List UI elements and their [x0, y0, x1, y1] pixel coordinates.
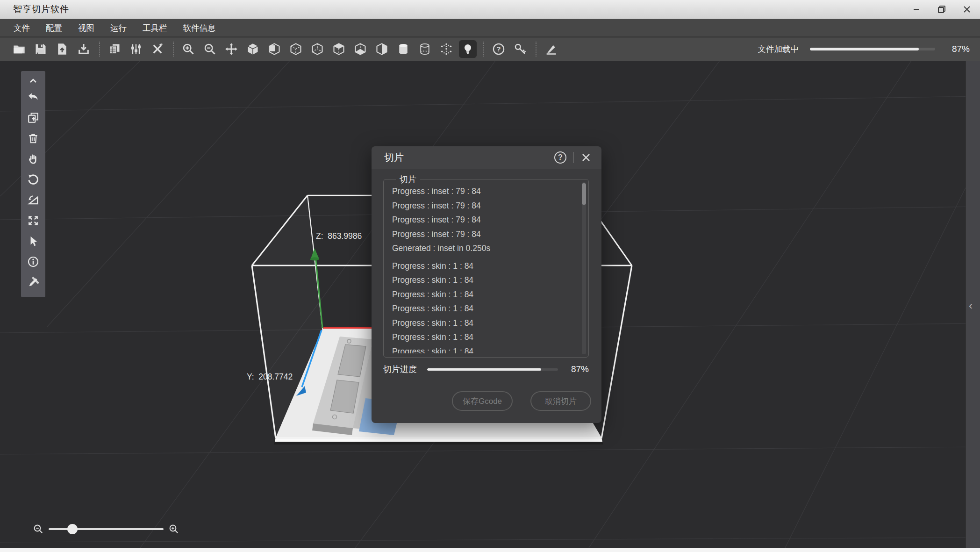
zoom-slider-handle[interactable]	[67, 524, 78, 534]
select-icon[interactable]	[24, 232, 43, 251]
zoom-in-icon[interactable]	[179, 40, 197, 58]
restore-icon	[937, 5, 946, 14]
export-icon[interactable]	[75, 40, 93, 58]
file-loading-percent: 87%	[948, 44, 970, 54]
svg-text:?: ?	[496, 45, 501, 53]
log-line: Progress : inset : 79 : 84	[392, 184, 570, 199]
undo-icon[interactable]	[24, 88, 43, 107]
menu-run[interactable]: 运行	[102, 19, 135, 36]
toolbar-separator	[483, 42, 484, 57]
zoom-out-slider-icon[interactable]	[33, 523, 44, 535]
cube-wireframe-icon[interactable]	[287, 40, 305, 58]
log-scrollbar-track[interactable]	[582, 182, 586, 354]
cube-dashed-icon[interactable]	[308, 40, 326, 58]
sliders-icon[interactable]	[127, 40, 145, 58]
maximize-icon[interactable]	[24, 211, 43, 230]
toolbar-separator	[173, 42, 174, 57]
menu-bar: 文件 配置 视图 运行 工具栏 软件信息	[0, 19, 980, 37]
help-icon[interactable]: ?	[490, 40, 508, 58]
info-icon[interactable]	[24, 252, 43, 271]
close-icon	[963, 6, 971, 13]
slice-log-groupbox: 切片 Progress : inset : 79 : 84 Progress :…	[383, 179, 589, 358]
cube-section-icon[interactable]	[373, 40, 391, 58]
slice-dialog-header-buttons: ?	[554, 151, 592, 164]
duplicate-icon[interactable]	[24, 108, 43, 127]
zoom-out-icon[interactable]	[201, 40, 219, 58]
log-line: Progress : skin : 1 : 84	[392, 273, 570, 287]
cylinder-wireframe-icon[interactable]	[416, 40, 434, 58]
file-loading-label: 文件加载中	[758, 43, 799, 55]
cylinder-icon[interactable]	[394, 40, 412, 58]
log-line: Progress : skin : 1 : 84	[392, 301, 570, 316]
log-scrollbar-thumb[interactable]	[582, 183, 586, 205]
dialog-button-row: 保存Gcode 取消切片	[372, 391, 601, 411]
z-axis-label: Z: 863.9986	[316, 231, 362, 241]
slice-log-list[interactable]: Progress : inset : 79 : 84 Progress : in…	[392, 184, 570, 353]
annotate-icon[interactable]	[542, 40, 560, 58]
slice-progress-fill	[427, 368, 541, 371]
side-tool-palette	[21, 71, 45, 297]
slice-progressbar	[427, 368, 558, 371]
tools-icon[interactable]	[149, 40, 166, 58]
key-icon[interactable]	[511, 40, 529, 58]
slice-progress-percent: 87%	[568, 364, 589, 374]
toolbar-separator	[99, 42, 100, 57]
minimize-icon	[913, 6, 920, 13]
log-line: Progress : skin : 1 : 84	[392, 344, 570, 354]
log-line: Generated : inset in 0.250s	[392, 241, 570, 256]
slice-dialog: 切片 ? 切片 Progress : inset : 79 : 84 Progr…	[372, 146, 601, 423]
open-folder-icon[interactable]	[10, 40, 28, 58]
menu-toolbar[interactable]: 工具栏	[135, 19, 175, 36]
zoom-slider-track[interactable]	[49, 528, 164, 530]
window-controls	[910, 0, 973, 19]
move-icon[interactable]	[222, 40, 240, 58]
log-line: Progress : skin : 1 : 84	[392, 330, 570, 344]
dialog-close-icon	[581, 153, 591, 162]
cube-bottom-icon[interactable]	[351, 40, 369, 58]
cube-solid-icon[interactable]	[244, 40, 262, 58]
save-icon[interactable]	[32, 40, 50, 58]
delete-icon[interactable]	[24, 129, 43, 148]
window-title: 智享切片软件	[13, 3, 69, 15]
main-toolbar: ? 文件加载中 87%	[0, 37, 980, 61]
cube-page-icon[interactable]	[265, 40, 283, 58]
close-button[interactable]	[960, 3, 973, 16]
cancel-slice-button[interactable]: 取消切片	[530, 391, 591, 411]
rotate-icon[interactable]	[24, 170, 43, 189]
edit-tools-icon[interactable]	[24, 273, 43, 292]
dialog-header-divider	[573, 152, 573, 163]
menu-view[interactable]: 视图	[70, 19, 102, 36]
slice-log-group-label: 切片	[396, 174, 420, 185]
slice-progress-row: 切片进度 87%	[383, 364, 589, 375]
bottom-edge-strip	[0, 548, 980, 552]
viewport-3d[interactable]: Z: 863.9986 Y: 208.7742	[0, 61, 980, 548]
right-panel-strip: ‹	[966, 61, 980, 548]
zoom-in-slider-icon[interactable]	[168, 523, 179, 535]
collapse-up-icon[interactable]	[24, 75, 43, 87]
application-window: 智享切片软件 文件 配置 视图 运行 工具栏 软件信息	[0, 0, 980, 552]
expand-right-panel-icon[interactable]: ‹	[969, 300, 973, 311]
slice-dialog-header[interactable]: 切片 ?	[372, 146, 601, 169]
copy-params-icon[interactable]	[106, 40, 123, 58]
log-line: Progress : skin : 1 : 84	[392, 316, 570, 330]
menu-about[interactable]: 软件信息	[175, 19, 224, 36]
log-line: Progress : skin : 1 : 84	[392, 259, 570, 273]
log-line: Progress : inset : 79 : 84	[392, 199, 570, 213]
point-cloud-icon[interactable]	[437, 40, 455, 58]
menu-config[interactable]: 配置	[38, 19, 70, 36]
import-model-icon[interactable]	[53, 40, 71, 58]
dialog-help-icon[interactable]: ?	[554, 151, 566, 164]
pan-icon[interactable]	[24, 150, 43, 168]
menu-file[interactable]: 文件	[6, 19, 38, 36]
minimize-button[interactable]	[910, 3, 923, 16]
light-icon[interactable]	[459, 40, 477, 58]
restore-button[interactable]	[935, 3, 948, 16]
dialog-close-button[interactable]	[580, 151, 592, 164]
cube-top-icon[interactable]	[330, 40, 348, 58]
zoom-control	[33, 523, 179, 535]
y-axis-label: Y: 208.7742	[247, 372, 293, 382]
save-gcode-button[interactable]: 保存Gcode	[452, 391, 513, 411]
toolbar-separator	[536, 42, 536, 57]
log-line: Progress : skin : 1 : 84	[392, 287, 570, 302]
mirror-icon[interactable]	[24, 191, 43, 209]
